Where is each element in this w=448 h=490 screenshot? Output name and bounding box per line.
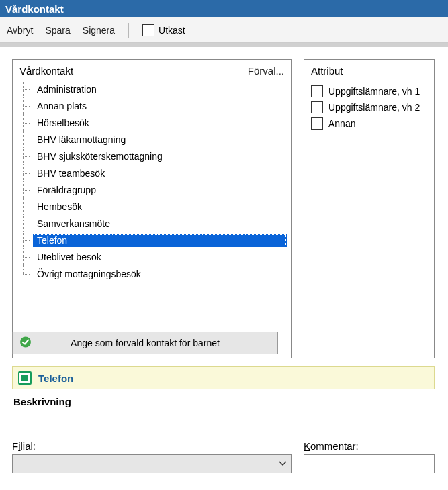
tree-item-label: Hembesök: [33, 200, 287, 213]
tree-item-label: Samverkansmöte: [33, 217, 287, 230]
kommentar-field-group: Kommentar:: [304, 440, 435, 473]
draft-checkbox-wrap[interactable]: Utkast: [142, 24, 185, 36]
tree-item[interactable]: Uteblivet besök: [17, 248, 287, 265]
cancel-button[interactable]: Avbryt: [7, 25, 33, 36]
tree-item[interactable]: Hembesök: [17, 198, 287, 215]
tree-item-label: BHV teambesök: [33, 166, 287, 180]
bottom-fields: Filial: Kommentar:: [12, 440, 448, 473]
window-title-bar: Vårdkontakt: [0, 0, 448, 17]
tree-connector: [19, 181, 33, 198]
filial-field-group: Filial:: [12, 440, 292, 473]
filial-label: Filial:: [12, 440, 292, 452]
attribute-panel-title: Attribut: [311, 65, 343, 77]
tree-item[interactable]: Hörselbesök: [17, 114, 287, 131]
tree-item[interactable]: Föräldragrupp: [17, 181, 287, 198]
attribute-item[interactable]: Uppgiftslämnare, vh 2: [311, 99, 427, 115]
tree-item[interactable]: BHV sjuksköterskemottagning: [17, 148, 287, 164]
attribute-panel: Attribut Uppgiftslämnare, vh 1Uppgiftslä…: [304, 59, 435, 358]
description-row: Beskrivning: [12, 389, 435, 413]
attribute-list: Uppgiftslämnare, vh 1Uppgiftslämnare, vh…: [304, 81, 434, 134]
attribute-label: Uppgiftslämnare, vh 1: [328, 86, 420, 97]
svg-point-0: [20, 337, 31, 348]
chevron-down-icon: [279, 459, 287, 469]
tree-connector: [19, 198, 33, 215]
set-default-contact-label: Ange som förvald kontakt för barnet: [71, 338, 220, 348]
tree-item-label: Annan plats: [33, 99, 287, 113]
description-label: Beskrivning: [12, 396, 71, 407]
tree-connector: [19, 131, 33, 148]
check-circle-icon: [19, 336, 32, 350]
sign-button[interactable]: Signera: [83, 25, 115, 36]
attribute-item[interactable]: Uppgiftslämnare, vh 1: [311, 83, 427, 99]
attribute-checkbox[interactable]: [311, 85, 323, 97]
attribute-panel-header: Attribut: [304, 60, 434, 81]
draft-checkbox[interactable]: [142, 24, 154, 36]
tree-item-label: BHV läkarmottagning: [33, 133, 287, 146]
preset-link[interactable]: Förval...: [248, 65, 284, 77]
tree-item-label: Uteblivet besök: [33, 250, 287, 264]
contact-type-tree: AdministrationAnnan platsHörselbesökBHV …: [13, 81, 291, 286]
tree-item-label: Övrigt mottagningsbesök: [33, 267, 287, 281]
attribute-label: Uppgiftslämnare, vh 2: [328, 102, 420, 113]
tree-connector: [19, 248, 33, 265]
set-default-contact-button[interactable]: Ange som förvald kontakt för barnet: [12, 332, 278, 354]
tree-item-label: Föräldragrupp: [33, 183, 287, 197]
attribute-checkbox[interactable]: [311, 117, 323, 130]
tree-item[interactable]: Annan plats: [17, 97, 287, 114]
tree-item[interactable]: BHV teambesök: [17, 164, 287, 181]
tree-item[interactable]: Administration: [17, 81, 287, 97]
tree-item[interactable]: Samverkansmöte: [17, 215, 287, 232]
filial-combobox[interactable]: [12, 454, 292, 473]
draft-label: Utkast: [159, 25, 185, 36]
kommentar-label: Kommentar:: [304, 440, 435, 452]
tree-connector: [19, 148, 33, 164]
save-button[interactable]: Spara: [45, 25, 70, 36]
tree-connector: [19, 97, 33, 114]
tree-connector: [19, 215, 33, 232]
attribute-item[interactable]: Annan: [311, 115, 427, 132]
attribute-label: Annan: [328, 118, 355, 129]
tree-connector: [19, 232, 33, 248]
tree-connector: [19, 114, 33, 131]
window-title: Vårdkontakt: [5, 3, 64, 15]
tree-item-label: Hörselbesök: [33, 116, 287, 130]
tree-item[interactable]: Telefon: [17, 232, 287, 248]
selected-contact-bar: Telefon: [12, 366, 435, 389]
toolbar-separator: [128, 23, 129, 38]
main-content: Vårdkontakt Förval... AdministrationAnna…: [0, 47, 448, 358]
attribute-checkbox[interactable]: [311, 101, 323, 113]
description-separator: [81, 394, 81, 409]
tree-item-label: BHV sjuksköterskemottagning: [33, 150, 287, 163]
default-button-wrap: Ange som förvald kontakt för barnet: [12, 328, 282, 358]
tree-item-label: Administration: [33, 83, 287, 96]
tree-connector: [19, 81, 33, 97]
selected-contact-label: Telefon: [38, 373, 73, 384]
toolbar: Avbryt Spara Signera Utkast: [0, 17, 448, 43]
contact-type-panel: Vårdkontakt Förval... AdministrationAnna…: [12, 59, 292, 358]
selected-contact-icon: [18, 371, 32, 385]
tree-item-label: Telefon: [33, 234, 287, 247]
tree-connector: [19, 265, 33, 282]
tree-item[interactable]: BHV läkarmottagning: [17, 131, 287, 148]
contact-panel-title: Vårdkontakt: [19, 65, 73, 77]
tree-item[interactable]: Övrigt mottagningsbesök: [17, 265, 287, 282]
contact-panel-header: Vårdkontakt Förval...: [13, 60, 291, 81]
kommentar-input[interactable]: [304, 454, 435, 473]
tree-connector: [19, 164, 33, 181]
